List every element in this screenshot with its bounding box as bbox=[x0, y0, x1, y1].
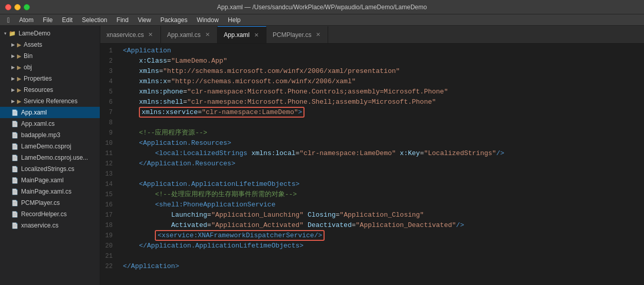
code-line: 12 </Application.Resources> bbox=[100, 159, 644, 169]
sidebar-item-bin[interactable]: ▶ ▶ Bin bbox=[0, 50, 100, 62]
code-content: <xservice:XNAFrameworkDispatcherService/… bbox=[121, 231, 644, 241]
sidebar-item-label: App.xaml.cs bbox=[21, 120, 55, 127]
code-line-highlight2: 19 <xservice:XNAFrameworkDispatcherServi… bbox=[100, 231, 644, 241]
line-number: 10 bbox=[100, 138, 121, 148]
sidebar-item-service-references[interactable]: ▶ ▶ Service References bbox=[0, 96, 100, 107]
menu-file[interactable]: File bbox=[39, 15, 57, 25]
editor-content[interactable]: 1 <Application 2 x:Class="LameDemo.App" … bbox=[100, 44, 644, 285]
line-number: 3 bbox=[100, 66, 121, 77]
close-button[interactable] bbox=[5, 4, 11, 10]
code-content: xmlns:xservice="clr-namespace:LameDemo"> bbox=[121, 107, 644, 118]
sidebar-item-localizedstrings[interactable]: 📄 LocalizedStrings.cs bbox=[0, 163, 100, 175]
tab-close-icon[interactable]: ✕ bbox=[204, 31, 211, 39]
folder-icon: ▶ bbox=[17, 64, 21, 71]
tab-label: xnaservice.cs bbox=[106, 31, 144, 39]
editor-area: xnaservice.cs ✕ App.xaml.cs ✕ App.xaml ✕… bbox=[100, 26, 644, 285]
sidebar-item-recordhelper[interactable]: 📄 RecordHelper.cs bbox=[0, 208, 100, 220]
sidebar-item-label: Service References bbox=[24, 98, 78, 105]
menu-find[interactable]: Find bbox=[113, 15, 133, 25]
sidebar-item-label: badapple.mp3 bbox=[21, 131, 60, 139]
menu-atom[interactable]: Atom bbox=[15, 15, 38, 25]
sidebar-item-assets[interactable]: ▶ ▶ Assets bbox=[0, 39, 100, 50]
code-content: Activated="Application_Activated" Deacti… bbox=[121, 220, 644, 231]
tab-close-icon[interactable]: ✕ bbox=[147, 31, 154, 39]
code-content: xmlns="http://schemas.microsoft.com/winf… bbox=[121, 66, 644, 77]
code-line: 17 Launching="Application_Launching" Clo… bbox=[100, 210, 644, 220]
arrow-icon: ▶ bbox=[11, 87, 15, 92]
file-icon: 📄 bbox=[11, 200, 19, 206]
line-number: 13 bbox=[100, 169, 121, 179]
file-icon: 📄 bbox=[11, 143, 19, 150]
sidebar-item-badapple[interactable]: 📄 badapple.mp3 bbox=[0, 129, 100, 141]
tab-app-xaml-cs[interactable]: App.xaml.cs ✕ bbox=[161, 26, 218, 43]
menubar:  Atom File Edit Selection Find View Pac… bbox=[0, 14, 644, 26]
maximize-button[interactable] bbox=[24, 4, 30, 10]
sidebar-item-lamedemo-csproj[interactable]: 📄 LameDemo.csproj bbox=[0, 141, 100, 152]
line-number: 21 bbox=[100, 251, 121, 261]
tabs-bar: xnaservice.cs ✕ App.xaml.cs ✕ App.xaml ✕… bbox=[100, 26, 644, 44]
menu-apple[interactable]:  bbox=[3, 15, 14, 25]
code-content: x:Class="LameDemo.App" bbox=[121, 56, 644, 66]
tab-close-icon[interactable]: ✕ bbox=[314, 31, 321, 39]
sidebar-item-label: App.xaml bbox=[21, 109, 47, 116]
file-icon: 📄 bbox=[11, 109, 19, 116]
sidebar-root-label: LameDemo bbox=[19, 30, 50, 37]
tab-pcmplayer[interactable]: PCMPlayer.cs ✕ bbox=[266, 26, 328, 43]
file-icon: 📄 bbox=[11, 155, 19, 161]
code-line: 18 Activated="Application_Activated" Dea… bbox=[100, 220, 644, 231]
arrow-icon: ▶ bbox=[11, 99, 15, 104]
code-content: <!--应用程序资源--> bbox=[121, 128, 644, 138]
minimize-button[interactable] bbox=[14, 4, 21, 10]
code-line: 22 </Application> bbox=[100, 261, 644, 272]
sidebar-item-label: MainPage.xaml bbox=[21, 177, 64, 184]
sidebar-root[interactable]: ▾ 📁 LameDemo bbox=[0, 28, 100, 39]
sidebar-item-label: Properties bbox=[24, 75, 52, 82]
sidebar-item-pcmplayer[interactable]: 📄 PCMPlayer.cs bbox=[0, 197, 100, 208]
menu-help[interactable]: Help bbox=[224, 15, 245, 25]
folder-icon: 📁 bbox=[9, 30, 16, 37]
arrow-icon: ▶ bbox=[11, 76, 15, 81]
tab-close-icon[interactable]: ✕ bbox=[253, 31, 260, 39]
sidebar-item-mainpage-xaml[interactable]: 📄 MainPage.xaml bbox=[0, 175, 100, 186]
code-content: <shell:PhoneApplicationService bbox=[121, 200, 644, 210]
menu-packages[interactable]: Packages bbox=[156, 15, 192, 25]
titlebar-title: App.xaml — /Users/sandcu/WorkPlace/WP/wp… bbox=[217, 4, 427, 11]
code-content: </Application.ApplicationLifetimeObjects… bbox=[121, 241, 644, 251]
sidebar-item-label: MainPage.xaml.cs bbox=[21, 188, 71, 195]
code-line: 5 xmlns:phone="clr-namespace:Microsoft.P… bbox=[100, 87, 644, 97]
sidebar-item-label: RecordHelper.cs bbox=[21, 211, 67, 218]
line-number: 16 bbox=[100, 200, 121, 210]
code-line: 2 x:Class="LameDemo.App" bbox=[100, 56, 644, 66]
tab-app-xaml[interactable]: App.xaml ✕ bbox=[218, 26, 266, 43]
menu-edit[interactable]: Edit bbox=[58, 15, 77, 25]
sidebar-item-label: Bin bbox=[24, 52, 32, 60]
code-content: <Application.ApplicationLifetimeObjects> bbox=[121, 179, 644, 189]
arrow-icon: ▶ bbox=[11, 53, 15, 59]
code-content: xmlns:x="http://schemas.microsoft.com/wi… bbox=[121, 77, 644, 87]
sidebar-item-app-xaml-cs[interactable]: 📄 App.xaml.cs bbox=[0, 118, 100, 129]
file-icon: 📄 bbox=[11, 121, 19, 127]
file-icon: 📄 bbox=[11, 166, 19, 173]
folder-icon: ▶ bbox=[17, 98, 21, 105]
menu-view[interactable]: View bbox=[134, 15, 155, 25]
sidebar-item-properties[interactable]: ▶ ▶ Properties bbox=[0, 73, 100, 84]
sidebar-item-mainpage-xaml-cs[interactable]: 📄 MainPage.xaml.cs bbox=[0, 186, 100, 197]
sidebar-item-lamedemo-csproj-use[interactable]: 📄 LameDemo.csproj.use... bbox=[0, 152, 100, 163]
file-icon: 📄 bbox=[11, 177, 19, 184]
sidebar-item-resources[interactable]: ▶ ▶ Resources bbox=[0, 84, 100, 96]
code-line: 9 <!--应用程序资源--> bbox=[100, 128, 644, 138]
menu-window[interactable]: Window bbox=[192, 15, 223, 25]
sidebar-item-obj[interactable]: ▶ ▶ obj bbox=[0, 62, 100, 73]
main-container: ▾ 📁 LameDemo ▶ ▶ Assets ▶ ▶ Bin ▶ ▶ obj … bbox=[0, 26, 644, 285]
file-icon: 📄 bbox=[11, 188, 19, 195]
code-line: 15 <!--处理应用程序的生存期事件所需的对象--> bbox=[100, 189, 644, 200]
tab-label: App.xaml.cs bbox=[167, 31, 201, 39]
code-line: 10 <Application.Resources> bbox=[100, 138, 644, 148]
tab-xnaservice[interactable]: xnaservice.cs ✕ bbox=[100, 26, 161, 43]
sidebar-item-app-xaml[interactable]: 📄 App.xaml bbox=[0, 107, 100, 118]
folder-icon: ▶ bbox=[17, 42, 21, 48]
sidebar-item-xnaservice[interactable]: 📄 xnaservice.cs bbox=[0, 220, 100, 231]
menu-selection[interactable]: Selection bbox=[78, 15, 111, 25]
line-number: 6 bbox=[100, 97, 121, 107]
code-line: 8 bbox=[100, 118, 644, 128]
